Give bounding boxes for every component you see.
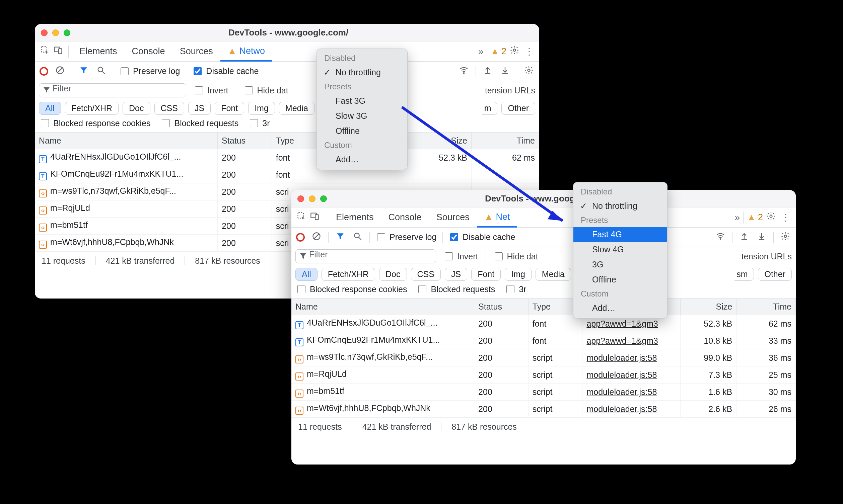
traffic-close[interactable]	[297, 195, 304, 202]
settings-small-icon[interactable]	[523, 66, 534, 77]
kebab-icon[interactable]: ⋮	[779, 212, 792, 223]
col-status[interactable]: Status	[218, 132, 272, 149]
wifi-icon[interactable]	[715, 231, 726, 243]
thirdparty-checkbox[interactable]: 3r	[505, 284, 526, 294]
chip-img[interactable]: Img	[248, 102, 275, 115]
col-size[interactable]: Size	[681, 299, 737, 315]
col-name[interactable]: Name	[292, 299, 474, 315]
cell-initiator[interactable]: moduleloader.js:58	[582, 366, 681, 383]
col-status[interactable]: Status	[474, 299, 528, 315]
menu-item-3g[interactable]: 3G	[574, 257, 667, 272]
download-icon[interactable]	[499, 65, 511, 77]
settings-small-icon[interactable]	[780, 232, 791, 243]
cell-initiator[interactable]: moduleloader.js:58	[582, 383, 681, 401]
col-time[interactable]: Time	[737, 299, 796, 315]
menu-item-fast-3g[interactable]: Fast 3G	[317, 93, 407, 108]
record-button[interactable]	[296, 233, 305, 241]
tab-elements[interactable]: Elements	[72, 41, 125, 61]
col-time[interactable]: Time	[471, 132, 539, 149]
device-icon[interactable]	[52, 46, 65, 57]
clear-icon[interactable]	[311, 232, 322, 243]
settings-icon[interactable]	[763, 212, 779, 223]
search-icon[interactable]	[352, 232, 363, 243]
preserve-log-checkbox[interactable]: Preserve log	[376, 232, 436, 242]
tab-sources[interactable]: Sources	[429, 208, 477, 228]
blocked-resp-checkbox[interactable]: Blocked response cookies	[39, 118, 151, 128]
table-row[interactable]: TKFOmCnqEu92Fr1Mu4mxKKTU1... 200 font	[35, 166, 539, 183]
menu-item-no-throttling[interactable]: ✓No throttling	[317, 65, 407, 80]
device-icon[interactable]	[308, 212, 321, 223]
table-row[interactable]: ‹›m=ws9Tlc,n73qwf,GkRiKb,e5qF... 200 scr…	[292, 349, 796, 366]
menu-item-slow-3g[interactable]: Slow 3G	[317, 108, 407, 124]
table-row[interactable]: ‹›m=RqjULd 200 script moduleloader.js:58…	[292, 366, 796, 383]
invert-checkbox[interactable]: Invert	[443, 251, 478, 262]
disable-cache-checkbox[interactable]: Disable cache	[192, 66, 259, 76]
chip-img[interactable]: Img	[505, 268, 531, 281]
chip-doc[interactable]: Doc	[123, 102, 150, 115]
settings-icon[interactable]	[506, 46, 523, 57]
menu-item-add[interactable]: Add…	[317, 152, 407, 167]
blocked-resp-checkbox[interactable]: Blocked response cookies	[296, 284, 407, 294]
blocked-req-checkbox[interactable]: Blocked requests	[160, 118, 239, 128]
inspect-icon[interactable]	[295, 212, 308, 223]
chip-css[interactable]: CSS	[154, 102, 184, 115]
chip-css[interactable]: CSS	[411, 268, 441, 281]
tab-sources[interactable]: Sources	[173, 41, 221, 61]
chip-js[interactable]: JS	[188, 102, 211, 115]
traffic-close[interactable]	[41, 30, 48, 36]
inspect-icon[interactable]	[38, 46, 52, 57]
chip-doc[interactable]: Doc	[379, 268, 407, 281]
table-row[interactable]: TKFOmCnqEu92Fr1Mu4mxKKTU1... 200 font ap…	[292, 332, 796, 349]
traffic-min[interactable]	[52, 30, 59, 36]
wifi-icon[interactable]	[458, 65, 470, 77]
hide-data-checkbox[interactable]: Hide dat	[493, 251, 538, 262]
chip-wasm-trunc[interactable]: sm	[735, 268, 754, 281]
download-icon[interactable]	[756, 231, 767, 243]
col-size[interactable]: Size	[414, 132, 472, 149]
warnings-badge[interactable]: ▲2	[747, 212, 763, 222]
blocked-req-checkbox[interactable]: Blocked requests	[417, 284, 495, 294]
disable-cache-checkbox[interactable]: Disable cache	[449, 232, 515, 242]
menu-item-fast-4g[interactable]: Fast 4G	[574, 227, 667, 242]
filter-input[interactable]: Filter	[39, 83, 186, 97]
chip-all[interactable]: All	[295, 268, 317, 281]
tab-console[interactable]: Console	[125, 41, 173, 61]
chip-fetch[interactable]: Fetch/XHR	[65, 102, 119, 115]
menu-item-slow-4g[interactable]: Slow 4G	[574, 242, 667, 257]
table-row[interactable]: T4UaRrENHsxJlGDuGo1OIlJfC6l_... 200 font…	[292, 315, 796, 332]
kebab-icon[interactable]: ⋮	[523, 46, 536, 57]
more-tabs-icon[interactable]: »	[478, 46, 484, 57]
traffic-min[interactable]	[309, 195, 316, 202]
warnings-badge[interactable]: ▲2	[490, 46, 506, 57]
chip-other[interactable]: Other	[502, 102, 535, 115]
table-row[interactable]: ‹›m=Wt6vjf,hhhU8,FCpbqb,WhJNk 200 script…	[292, 401, 796, 418]
tab-console[interactable]: Console	[381, 208, 429, 228]
cell-initiator[interactable]: moduleloader.js:58	[582, 349, 681, 366]
upload-icon[interactable]	[482, 65, 493, 77]
filter-icon[interactable]	[78, 66, 89, 77]
chip-media[interactable]: Media	[535, 268, 571, 281]
chip-js[interactable]: JS	[445, 268, 467, 281]
tab-network[interactable]: ▲ Netwo	[221, 41, 272, 61]
chip-all[interactable]: All	[39, 102, 61, 115]
tab-elements[interactable]: Elements	[329, 208, 381, 228]
table-row[interactable]: T4UaRrENHsxJlGDuGo1OIlJfC6l_... 200 font…	[35, 149, 539, 166]
filter-icon[interactable]	[335, 232, 346, 242]
thirdparty-checkbox[interactable]: 3r	[248, 118, 269, 128]
hide-data-checkbox[interactable]: Hide dat	[244, 85, 288, 95]
chip-fetch[interactable]: Fetch/XHR	[321, 268, 375, 281]
traffic-max[interactable]	[320, 195, 327, 202]
menu-item-add[interactable]: Add…	[574, 301, 667, 316]
more-tabs-icon[interactable]: »	[735, 212, 740, 223]
chip-font[interactable]: Font	[471, 268, 501, 281]
traffic-max[interactable]	[64, 30, 70, 36]
menu-item-offline[interactable]: Offline	[574, 272, 667, 287]
clear-icon[interactable]	[54, 66, 66, 77]
tab-network[interactable]: ▲Net	[477, 208, 517, 228]
chip-font[interactable]: Font	[215, 102, 244, 115]
search-icon[interactable]	[95, 66, 107, 77]
chip-other[interactable]: Other	[758, 268, 792, 281]
chip-wasm-trunc[interactable]: m	[482, 102, 498, 115]
col-name[interactable]: Name	[35, 132, 218, 149]
filter-input[interactable]: Filter	[295, 249, 436, 264]
